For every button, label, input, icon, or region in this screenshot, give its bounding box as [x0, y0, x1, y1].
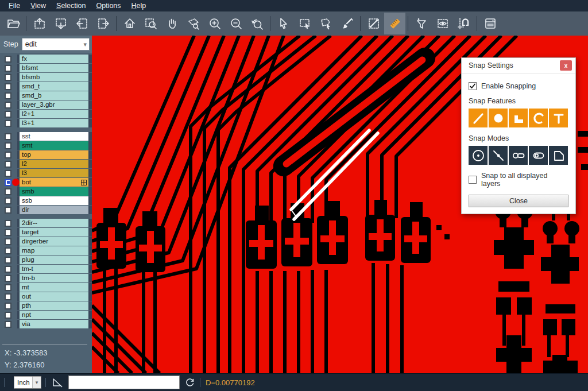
layer-checkbox[interactable] — [5, 111, 11, 118]
layer-row-smd_t[interactable]: smd_t — [0, 82, 92, 91]
layer-label[interactable]: l3 — [20, 169, 88, 177]
layer-row-bfsmb[interactable]: bfsmb — [0, 73, 92, 82]
layer-row-smt[interactable]: smt — [0, 141, 92, 150]
layer-row-mt[interactable]: mt — [0, 283, 92, 292]
menu-file[interactable]: File — [3, 1, 25, 11]
layer-checkbox[interactable] — [5, 220, 11, 227]
layer-row-sst[interactable]: sst — [0, 132, 92, 141]
layer-row-out[interactable]: out — [0, 292, 92, 301]
mode-center-icon[interactable] — [469, 146, 488, 165]
pan-up-icon[interactable] — [29, 13, 50, 34]
layer-row-smb[interactable]: smb — [0, 187, 92, 196]
select-pointer-icon[interactable] — [273, 13, 294, 34]
snap-all-checkbox[interactable] — [469, 176, 477, 184]
layer-checkbox[interactable] — [5, 198, 11, 204]
layer-label[interactable]: l2+1 — [20, 110, 88, 118]
layer-label[interactable]: sst — [20, 132, 88, 141]
menu-help[interactable]: Help — [126, 1, 152, 11]
layer-label[interactable]: mt — [20, 283, 88, 292]
layer-checkbox[interactable] — [5, 247, 11, 254]
layer-checkbox[interactable] — [5, 83, 11, 90]
menu-selection[interactable]: Selection — [51, 1, 91, 11]
layer-checkbox[interactable] — [5, 312, 11, 319]
layer-row-fx[interactable]: fx — [0, 55, 92, 63]
layer-label[interactable]: npt — [20, 311, 88, 319]
layer-label[interactable]: dir — [20, 206, 88, 214]
measure-ruler-icon[interactable] — [384, 13, 405, 34]
layer-row-target[interactable]: target — [0, 228, 92, 237]
pan-right-icon[interactable] — [92, 13, 114, 34]
layer-label[interactable]: via — [20, 320, 88, 328]
snap-arc-icon[interactable] — [529, 109, 548, 127]
close-icon[interactable]: x — [560, 60, 572, 71]
select-polygon-icon[interactable] — [315, 13, 336, 34]
layer-checkbox[interactable] — [5, 133, 11, 140]
layer-label[interactable]: dirgerber — [20, 237, 88, 246]
pan-left-icon[interactable] — [71, 13, 92, 34]
filter-icon[interactable] — [411, 13, 432, 34]
layer-label[interactable]: out — [20, 292, 88, 301]
enable-snapping-checkbox[interactable] — [469, 82, 477, 90]
layer-row-tm-b[interactable]: tm-b — [0, 274, 92, 282]
layer-label[interactable]: ssb — [20, 196, 88, 205]
layer-label[interactable]: map — [20, 246, 88, 255]
menu-view[interactable]: View — [25, 1, 51, 11]
layer-checkbox[interactable] — [5, 102, 11, 109]
view-options-icon[interactable] — [432, 13, 453, 34]
layer-checkbox[interactable] — [5, 161, 11, 168]
layer-row-pth[interactable]: pth — [0, 301, 92, 310]
layer-label[interactable]: smd_t — [20, 82, 88, 91]
layer-row-plug[interactable]: plug — [0, 255, 92, 264]
layer-row-l2[interactable]: l2 — [0, 160, 92, 168]
layer-checkbox[interactable] — [5, 257, 11, 264]
mode-closest-point-icon[interactable] — [489, 146, 508, 165]
layer-row-bot[interactable]: bot — [0, 178, 92, 187]
layer-label[interactable]: pth — [20, 301, 88, 310]
zoom-out-icon[interactable] — [225, 13, 246, 34]
layer-checkbox[interactable] — [5, 65, 11, 72]
layer-label[interactable]: top — [20, 150, 88, 159]
snap-surface-icon[interactable] — [509, 109, 528, 127]
layer-checkbox[interactable] — [5, 170, 11, 177]
paint-brush-icon[interactable] — [336, 13, 358, 34]
layer-checkbox[interactable] — [5, 275, 11, 282]
layer-label[interactable]: layer_3.gbr — [20, 100, 88, 109]
layer-row-ssb[interactable]: ssb — [0, 196, 92, 205]
zoom-polygon-icon[interactable] — [183, 13, 204, 34]
layer-checkbox[interactable] — [5, 74, 11, 81]
layer-row-dir[interactable]: dir — [0, 206, 92, 214]
snap-text-icon[interactable] — [549, 109, 568, 127]
layer-label[interactable]: tm-b — [20, 274, 88, 282]
layer-label[interactable]: smt — [20, 141, 88, 150]
snap-line-icon[interactable] — [469, 109, 488, 127]
layer-row-l2+1[interactable]: l2+1 — [0, 110, 92, 118]
layer-row-top[interactable]: top — [0, 150, 92, 159]
snap-all-row[interactable]: Snap to all displayed layers — [469, 172, 568, 188]
select-rectangle-icon[interactable] — [294, 13, 315, 34]
mode-polygon-corner-icon[interactable] — [549, 146, 568, 165]
menu-options[interactable]: Options — [91, 1, 126, 11]
layer-checkbox[interactable] — [5, 188, 11, 195]
snap-magnet-icon[interactable] — [453, 13, 474, 34]
layer-label[interactable]: l2 — [20, 160, 88, 168]
layer-label[interactable]: bot — [20, 178, 88, 187]
layer-checkbox[interactable] — [5, 179, 11, 186]
units-select[interactable]: Inch ▾ — [14, 376, 41, 389]
layer-label[interactable]: plug — [20, 255, 88, 264]
layer-checkbox[interactable] — [5, 238, 11, 245]
layer-label[interactable]: 2dir-- — [20, 219, 88, 227]
angle-mode-icon[interactable] — [51, 376, 64, 389]
close-button[interactable]: Close — [469, 195, 568, 207]
enable-snapping-row[interactable]: Enable Snapping — [469, 82, 568, 90]
layer-row-smd_b[interactable]: smd_b — [0, 91, 92, 100]
layer-checkbox[interactable] — [5, 321, 11, 328]
zoom-previous-icon[interactable] — [246, 13, 268, 34]
layer-label[interactable]: smd_b — [20, 91, 88, 100]
layer-row-tm-t[interactable]: tm-t — [0, 265, 92, 273]
layer-row-l3[interactable]: l3 — [0, 169, 92, 177]
zoom-home-icon[interactable] — [119, 13, 140, 34]
layer-row-map[interactable]: map — [0, 246, 92, 255]
zoom-in-icon[interactable] — [204, 13, 225, 34]
refresh-icon[interactable] — [184, 377, 196, 388]
layer-checkbox[interactable] — [5, 284, 11, 291]
